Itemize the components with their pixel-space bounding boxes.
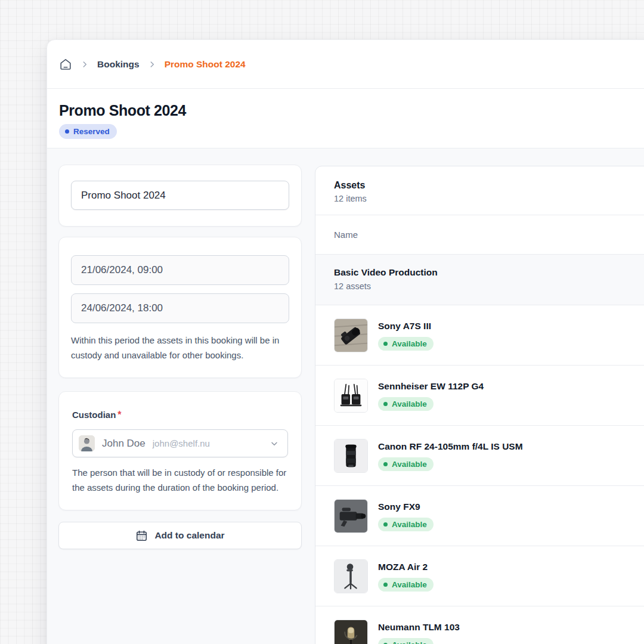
booking-name-card — [58, 165, 302, 227]
assets-title: Assets — [334, 180, 644, 191]
booking-content: 21/06/2024, 09:00 24/06/2024, 18:00 With… — [47, 148, 644, 644]
asset-info: Neumann TLM 103 Available — [378, 621, 460, 644]
availability-label: Available — [392, 519, 427, 530]
asset-name: Sony FX9 — [378, 501, 434, 512]
assets-column-header: Name — [315, 215, 644, 255]
asset-name: Sennheiser EW 112P G4 — [378, 380, 484, 392]
availability-badge: Available — [378, 518, 434, 531]
asset-row[interactable]: Sennheiser EW 112P G4 Available — [315, 365, 644, 425]
asset-name: MOZA Air 2 — [378, 561, 434, 572]
home-icon[interactable] — [59, 58, 72, 71]
page-background: { "breadcrumb": { "home_icon": "home-ico… — [0, 0, 644, 644]
start-date-value: 21/06/2024, 09:00 — [81, 264, 163, 276]
gimbal-thumbnail — [334, 559, 368, 593]
status-dot-icon — [383, 342, 388, 346]
custodian-email: john@shelf.nu — [153, 438, 210, 448]
breadcrumb-bookings[interactable]: Bookings — [97, 59, 140, 70]
availability-badge: Available — [378, 638, 434, 644]
booking-form: 21/06/2024, 09:00 24/06/2024, 18:00 With… — [58, 165, 302, 549]
calendar-icon — [135, 530, 148, 542]
booking-period-card: 21/06/2024, 09:00 24/06/2024, 18:00 With… — [58, 237, 302, 378]
custodian-name: John Doe — [102, 438, 145, 450]
status-dot-icon — [383, 462, 388, 466]
assets-panel: Assets 12 items Name Basic Video Product… — [315, 166, 644, 644]
asset-row[interactable]: Sony A7S III Available — [315, 305, 644, 365]
chevron-right-icon — [80, 60, 89, 69]
status-dot-icon — [65, 129, 69, 134]
required-asterisk: * — [117, 410, 121, 420]
availability-label: Available — [392, 399, 427, 409]
asset-info: Canon RF 24-105mm f/4L IS USM Available — [378, 441, 523, 471]
column-name-label: Name — [334, 230, 358, 240]
wireless-mic-set-thumbnail — [334, 379, 368, 413]
asset-name: Sony A7S III — [378, 320, 434, 332]
kit-row[interactable]: Basic Video Production 12 assets — [315, 255, 644, 305]
availability-label: Available — [392, 339, 427, 349]
studio-microphone-thumbnail — [334, 620, 368, 644]
chevron-down-icon — [270, 439, 279, 448]
assets-header: Assets 12 items — [315, 166, 644, 215]
page-header: Promo Shoot 2024 Reserved — [47, 89, 644, 148]
asset-row[interactable]: Sony FX9 Available — [315, 485, 644, 546]
asset-list: Sony A7S III Available Sennheiser EW 112… — [315, 305, 644, 644]
breadcrumb: Bookings Promo Shoot 2024 — [47, 40, 644, 89]
zoom-lens-thumbnail — [334, 439, 368, 473]
status-dot-icon — [383, 583, 388, 587]
status-dot-icon — [383, 522, 388, 527]
availability-label: Available — [392, 459, 427, 469]
mirrorless-camera-on-wood-thumbnail — [334, 318, 368, 352]
asset-info: MOZA Air 2 Available — [378, 561, 434, 592]
chevron-right-icon — [148, 60, 156, 69]
kit-name: Basic Video Production — [334, 267, 644, 278]
custodian-label-row: Custodian* — [72, 410, 288, 420]
custodian-help-text: The person that will be in custody of or… — [72, 465, 288, 495]
asset-info: Sony FX9 Available — [378, 501, 434, 531]
availability-label: Available — [392, 580, 427, 590]
breadcrumb-current-booking[interactable]: Promo Shoot 2024 — [165, 59, 246, 70]
status-badge: Reserved — [59, 124, 117, 139]
period-help-text: Within this period the assets in this bo… — [71, 333, 289, 363]
asset-name: Neumann TLM 103 — [378, 621, 460, 633]
add-to-calendar-button[interactable]: Add to calendar — [58, 522, 302, 549]
booking-name-input[interactable] — [71, 181, 289, 210]
asset-row[interactable]: Canon RF 24-105mm f/4L IS USM Available — [315, 425, 644, 485]
asset-info: Sennheiser EW 112P G4 Available — [378, 380, 484, 411]
custodian-card: Custodian* John Doe john@shelf.nu — [58, 391, 302, 510]
availability-badge: Available — [378, 337, 434, 351]
custodian-select[interactable]: John Doe john@shelf.nu — [72, 429, 288, 457]
asset-name: Canon RF 24-105mm f/4L IS USM — [378, 441, 523, 452]
availability-badge: Available — [378, 397, 434, 411]
availability-label: Available — [392, 640, 427, 644]
end-date-value: 24/06/2024, 18:00 — [81, 302, 163, 314]
availability-badge: Available — [378, 578, 434, 592]
asset-row[interactable]: MOZA Air 2 Available — [315, 546, 644, 606]
assets-count: 12 items — [334, 194, 644, 203]
availability-badge: Available — [378, 457, 434, 471]
custodian-label: Custodian — [72, 410, 116, 420]
start-date-input[interactable]: 21/06/2024, 09:00 — [71, 255, 289, 285]
page-title: Promo Shoot 2024 — [59, 101, 643, 119]
status-dot-icon — [383, 402, 388, 406]
custodian-avatar — [79, 435, 95, 451]
app-window: Bookings Promo Shoot 2024 Promo Shoot 20… — [47, 39, 644, 644]
asset-row[interactable]: Neumann TLM 103 Available — [315, 606, 644, 644]
kit-asset-count: 12 assets — [334, 281, 644, 291]
cinema-camera-thumbnail — [334, 499, 368, 533]
end-date-input[interactable]: 24/06/2024, 18:00 — [71, 293, 289, 323]
status-badge-label: Reserved — [73, 126, 110, 137]
asset-info: Sony A7S III Available — [378, 320, 434, 351]
add-to-calendar-label: Add to calendar — [154, 530, 224, 541]
